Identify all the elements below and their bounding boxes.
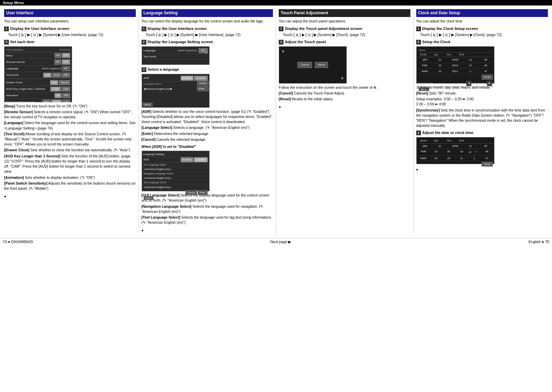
ds-row-nav: Navigation Language Select xyxy=(143,172,208,176)
cs3-r1-day: 21 xyxy=(433,144,447,148)
step-1-language: 1 Display the User Interface screen xyxy=(142,26,273,32)
lang-row-label: Language xyxy=(144,49,177,53)
ui-btn-auto[interactable]: Auto xyxy=(43,73,51,78)
ds-nav-arrow-r[interactable]: ▶ xyxy=(170,176,172,180)
ds-asr-row: ASR Enabled Disabled xyxy=(143,157,208,163)
touch-crosshair-bottom: ⊕ xyxy=(341,76,344,81)
bullet-3: ● xyxy=(279,104,410,109)
user-interface-items: [Beep] Turns the key touch tone On or Of… xyxy=(4,104,136,191)
cs3-month: Month xyxy=(418,139,429,142)
cs3-r2-h: 10 xyxy=(456,150,467,155)
clock-note-1: ① Adjusts month, day, year, hours, and m… xyxy=(416,85,548,90)
ui-btn-middle[interactable]: Middle xyxy=(51,100,62,102)
ui-btn-language-set[interactable]: SET xyxy=(62,66,70,71)
lang-step-label-3: Select a language xyxy=(148,67,179,72)
section-touch-panel: Touch Panel Adjustment You can adjust th… xyxy=(276,7,413,235)
touch-buttons-row: Cancel Reset xyxy=(297,62,328,68)
ui-btn-drawer-manual[interactable]: Manual xyxy=(59,80,70,85)
clock-reset-desc: [Reset] Sets "00" minute. xyxy=(416,91,548,96)
ui-btn-remote-off[interactable]: OFF xyxy=(62,59,70,64)
section-title-user-interface: User Interface xyxy=(4,9,136,17)
section-title-clock: Clock and Date Setup xyxy=(416,9,548,17)
ds-text-arrow-r[interactable]: ▶ xyxy=(170,186,172,189)
ui-row-animation-label: Animation xyxy=(6,93,54,98)
ds-btn-enter[interactable]: Enter xyxy=(198,190,208,195)
ui-btn-low[interactable]: Low xyxy=(62,100,70,102)
item-text-scroll: [Text Scroll] Allows scrolling of text d… xyxy=(4,132,136,147)
ui-divider-1 xyxy=(5,79,71,79)
ds-text-arrow-l[interactable]: ◀ xyxy=(144,186,145,189)
btn-cancel[interactable]: Cancel xyxy=(197,81,209,86)
item-nav-lang: [Navigation Language Select] Selects the… xyxy=(142,204,273,214)
item-aud-key: [AUD Key Longer than 1 Second] Sets the … xyxy=(4,154,136,174)
clock-row-2: FEB 22 2010 12 46 xyxy=(418,63,493,69)
step-1-touch: 1 Display the Touch panel Adjustment scr… xyxy=(279,26,410,32)
lang-step-1-instruction: Touch [⊞] ▶ [⊟] ▶ [System] ▶ [User Inter… xyxy=(146,32,273,37)
ds-btn-cancel[interactable]: Cancel xyxy=(185,190,197,195)
btn-menu[interactable]: Menu xyxy=(143,103,153,106)
ui-btn-drawer-auto[interactable]: Auto xyxy=(50,80,58,85)
lang-step-num-2: 2 xyxy=(142,40,146,45)
ui-btn-cam[interactable]: CAM xyxy=(61,87,70,91)
clock-step3-row3: MAR 23 20 11 1 47 xyxy=(418,156,493,161)
ls-arrow-right[interactable]: ▶ xyxy=(170,87,172,91)
clock-r3-year: 2011 xyxy=(448,69,462,73)
ui-row-textscroll-label: Text Scroll xyxy=(6,73,43,77)
lang-row-language: Language British English(en) SET xyxy=(143,48,208,54)
ui-row-beep: Beep ON OFF xyxy=(5,52,71,59)
clock-step-1-body: Touch [⊞] ▶ [⊟] ▶ [System] ▶ [Clock]. (p… xyxy=(416,32,548,37)
ui-btn-beep-off[interactable]: OFF xyxy=(62,53,70,58)
clock-r2-m: 46 xyxy=(479,64,493,68)
section-intro-touch: You can adjust the touch panel operation… xyxy=(279,19,410,24)
clock-r1-year: 2009 xyxy=(448,58,462,62)
clock-r2-month: FEB xyxy=(418,64,432,68)
ui-btn-voff[interactable]: V.OFF xyxy=(50,87,61,91)
clock-step3-btn-reset[interactable]: Reset xyxy=(482,162,492,167)
footer-right: English ● 75 xyxy=(529,240,549,244)
lang-row-textscroll: Text Scroll xyxy=(143,54,208,60)
step-2-user-interface: 2 Set each item xyxy=(4,39,136,45)
footer-next-page[interactable]: Next page ▶ xyxy=(270,240,291,244)
ui-row-language: Language British English(en) SET xyxy=(5,66,71,72)
ds-btn-enabled[interactable]: Enabled xyxy=(181,157,194,162)
ds-nav-arrow-l[interactable]: ◀ xyxy=(144,176,145,180)
main-content: User Interface You can setup user interf… xyxy=(0,5,552,237)
ds-asr-label: ASR xyxy=(144,158,180,162)
asr-btn-disabled[interactable]: Disabled xyxy=(194,76,207,81)
clock-r2-day: 22 xyxy=(433,64,447,68)
ui-btn-anim-on[interactable]: ON xyxy=(54,93,62,98)
touch-btn-reset[interactable]: Reset xyxy=(315,62,328,68)
section-clock-date: Clock and Date Setup You can adjust the … xyxy=(413,7,551,235)
ui-btn-high[interactable]: High xyxy=(42,100,50,102)
ds-gui-val-arrow[interactable]: ◀ xyxy=(144,168,145,171)
ui-btn-off[interactable]: OFF xyxy=(62,73,70,78)
clock-btn-reset[interactable]: Reset xyxy=(482,75,492,80)
lang-screen-step2: Language British English(en) SET Text Sc… xyxy=(142,46,210,65)
asr-btn-enabled[interactable]: Enabled xyxy=(181,76,194,81)
ds-btn-menu[interactable]: Menu xyxy=(144,196,154,200)
clock-r1-day: 21 xyxy=(433,58,447,62)
btn-enter[interactable]: Enter xyxy=(197,86,209,91)
step-1-clock: 1 Display the Clock Setup screen xyxy=(416,26,548,32)
ui-btn-anim-off[interactable]: OFF xyxy=(62,93,70,98)
touch-btn-cancel[interactable]: Cancel xyxy=(297,62,312,68)
cs3-r3-day: 23 xyxy=(431,156,442,160)
lang-step-label-2: Display the Language Setting screen xyxy=(148,39,213,45)
touch-step-num-1: 1 xyxy=(279,27,283,31)
item-animation: [Animation] Sets whether to display anim… xyxy=(4,175,136,180)
touch-step-1-instruction: Touch [⊞] ▶ [⊟] ▶ [System] ▶ [Touch]. (p… xyxy=(283,32,410,37)
ui-row-aud: AUD Key Longer than 1 Second V.OFF CAM xyxy=(5,86,71,92)
ls-arrow-left[interactable]: ◀ xyxy=(144,87,146,91)
user-interface-screen-mock: User Interface 00:00:00 Beep ON OFF Remo… xyxy=(4,46,72,102)
ui-btn-remote-on[interactable]: ON xyxy=(54,59,62,64)
clock-r1-m: 45 xyxy=(479,58,493,62)
ds-gui-val-arrow-r[interactable]: ▶ xyxy=(170,168,172,171)
clock-screen-mock: Clock Month Day Year APM JAN 21 2009 11 … xyxy=(416,46,494,84)
ds-btn-disabled[interactable]: Disabled xyxy=(194,157,207,162)
ui-btn-once[interactable]: Once xyxy=(52,73,61,78)
ui-btn-beep-on[interactable]: ON xyxy=(54,53,62,58)
item-panel-switch: [Panel Switch Sensitivity] Adjusts the s… xyxy=(4,181,136,191)
lang-step-label-1: Display the User Interface screen xyxy=(148,26,207,32)
clock-col-year: Year xyxy=(443,53,454,56)
disabled-screen-mock: Language Setting ASR Enabled Disabled GU… xyxy=(142,151,210,191)
